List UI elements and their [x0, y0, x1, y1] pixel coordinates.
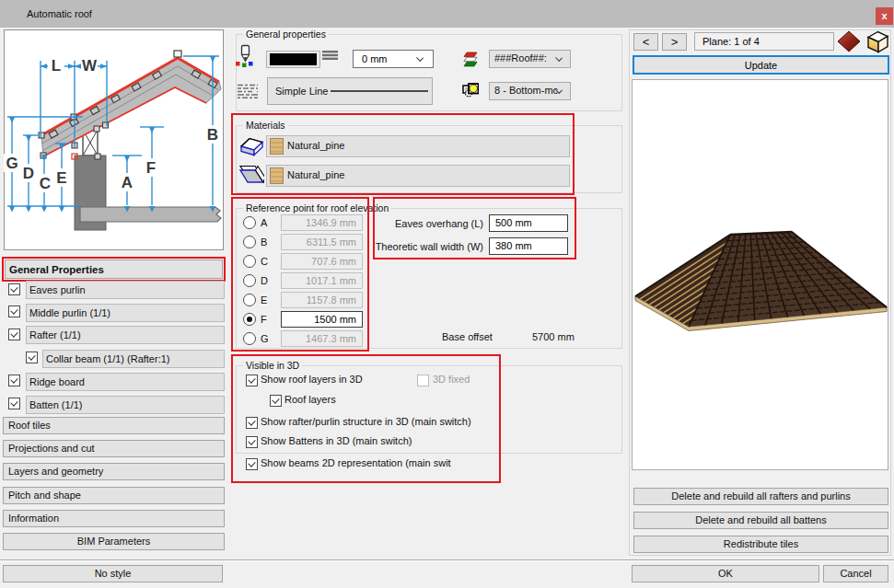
- svg-text:A: A: [122, 174, 133, 191]
- svg-text:D: D: [23, 165, 34, 182]
- svg-text:G: G: [6, 155, 17, 172]
- svg-text:F: F: [146, 159, 156, 177]
- svg-text:C: C: [40, 175, 51, 192]
- svg-text:W: W: [82, 57, 98, 75]
- svg-text:E: E: [56, 169, 66, 187]
- svg-text:B: B: [207, 126, 218, 144]
- svg-text:L: L: [52, 57, 61, 75]
